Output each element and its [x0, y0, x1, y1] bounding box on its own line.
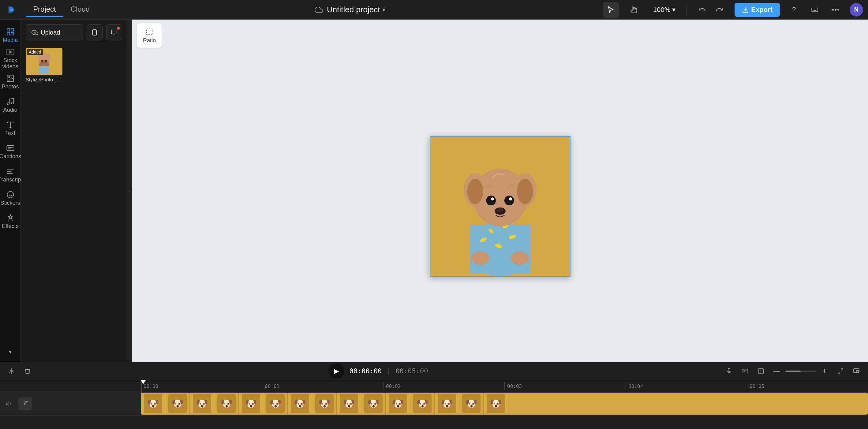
zoom-display[interactable]: 100% ▾ — [649, 4, 679, 16]
track-volume-button[interactable] — [4, 398, 15, 409]
track-edit-button[interactable] — [18, 397, 32, 410]
sidebar-item-stock-videos[interactable]: Stock videos — [1, 48, 20, 70]
svg-point-59 — [517, 179, 533, 204]
svg-point-40 — [41, 60, 43, 62]
sidebar-item-audio[interactable]: Audio — [1, 94, 20, 116]
sidebar-expand-button[interactable]: ▾ — [5, 347, 15, 357]
redo-button[interactable] — [711, 2, 727, 18]
sidebar-item-photos[interactable]: Photos — [1, 71, 20, 93]
screen-record-button[interactable] — [106, 25, 122, 40]
left-sidebar: Media Stock videos Photos Audio — [0, 20, 21, 362]
split-view-button[interactable] — [754, 364, 768, 378]
svg-point-39 — [45, 53, 51, 61]
panel-collapse-handle[interactable]: ‹ — [127, 20, 132, 362]
project-title-button[interactable]: Untitled project ▾ — [327, 5, 385, 14]
svg-line-69 — [12, 370, 14, 371]
zoom-level: 100% — [653, 6, 670, 14]
more-options-button[interactable]: ••• — [829, 3, 842, 17]
ruler-mark-3: 00:03 — [504, 382, 626, 390]
canvas-frame[interactable] — [430, 136, 570, 277]
ratio-label: Ratio — [143, 37, 156, 44]
ruler-mark-5: 00:05 — [747, 382, 868, 390]
tab-project[interactable]: Project — [26, 2, 63, 17]
upload-button[interactable]: Upload — [26, 25, 83, 40]
undo-button[interactable] — [694, 2, 710, 18]
svg-rect-71 — [728, 368, 730, 371]
svg-point-41 — [45, 60, 47, 62]
video-strip[interactable]: 🐶 🐶 🐶 🐶 🐶 🐶 — [141, 393, 868, 415]
strip-frame-8: 🐶 — [312, 393, 337, 415]
svg-rect-9 — [11, 29, 13, 31]
svg-rect-12 — [7, 49, 14, 55]
sidebar-item-stickers[interactable]: Stickers — [1, 187, 20, 209]
svg-point-54 — [511, 251, 529, 265]
topbar-tabs: Project Cloud — [26, 2, 97, 17]
playhead-line — [141, 391, 142, 416]
hand-tool-button[interactable] — [626, 2, 642, 18]
current-time: 00:00:00 — [349, 367, 382, 375]
tab-cloud[interactable]: Cloud — [63, 2, 97, 17]
media-panel: Upload Added — [21, 20, 127, 362]
svg-rect-11 — [11, 32, 13, 35]
video-track-label — [0, 391, 141, 416]
timeline-area: ▶ 00:00:00 | 00:05:00 — — [0, 362, 868, 429]
tablet-view-button[interactable] — [87, 25, 102, 40]
select-tool-button[interactable] — [603, 2, 619, 18]
cloud-icon — [315, 5, 323, 14]
ruler-mark-4: 00:04 — [626, 382, 747, 390]
timeline-center: ▶ 00:00:00 | 00:05:00 — [39, 363, 717, 379]
zoom-in-button[interactable]: + — [818, 364, 831, 378]
sidebar-item-effects[interactable]: Effects — [1, 211, 20, 233]
topbar: Project Cloud Untitled project ▾ 100% — [0, 0, 868, 20]
added-badge: Added — [27, 49, 43, 55]
svg-rect-43 — [39, 66, 49, 73]
sidebar-item-transcript[interactable]: Transcript — [1, 164, 20, 186]
play-button[interactable]: ▶ — [329, 363, 344, 379]
strip-frame-5: 🐶 — [239, 393, 263, 415]
strip-frame-1: 🐶 — [141, 393, 165, 415]
zoom-out-button[interactable]: — — [770, 364, 783, 378]
pip-button[interactable] — [850, 364, 863, 378]
split-clip-button[interactable] — [5, 364, 18, 378]
svg-marker-83 — [7, 402, 9, 405]
upload-label: Upload — [41, 29, 60, 36]
svg-rect-44 — [147, 29, 152, 35]
timeline-right-controls: — + — [722, 364, 863, 378]
sidebar-item-text[interactable]: Text — [1, 118, 20, 140]
avatar[interactable]: N — [850, 3, 863, 17]
strip-frame-13: 🐶 — [435, 393, 459, 415]
project-title: Untitled project — [327, 5, 380, 14]
media-filename: StylizePhoto_5|... — [26, 77, 62, 83]
svg-rect-82 — [856, 370, 859, 372]
microphone-button[interactable] — [722, 364, 736, 378]
svg-line-67 — [9, 370, 12, 371]
canvas-viewport — [132, 52, 868, 362]
svg-point-15 — [8, 76, 10, 78]
total-time: 00:05:00 — [396, 367, 428, 375]
topbar-divider — [686, 5, 687, 15]
keyboard-shortcut-button[interactable] — [808, 3, 822, 17]
strip-frame-6: 🐶 — [263, 393, 288, 415]
timeline-left-controls — [5, 364, 34, 378]
captions-button[interactable] — [738, 364, 752, 378]
delete-clip-button[interactable] — [21, 364, 34, 378]
svg-rect-74 — [742, 369, 748, 373]
ratio-button[interactable]: Ratio — [137, 23, 162, 48]
strip-frame-12: 🐶 — [410, 393, 435, 415]
undo-redo-group — [694, 2, 727, 18]
sidebar-item-media[interactable]: Media — [1, 25, 20, 47]
media-item[interactable]: Added StylizePhoto_5|... — [26, 48, 62, 83]
fullscreen-button[interactable] — [834, 364, 847, 378]
sidebar-text-label: Text — [5, 130, 15, 136]
record-indicator — [117, 27, 120, 30]
export-label: Export — [751, 6, 773, 14]
sidebar-item-captions[interactable]: Captions — [1, 141, 20, 163]
sidebar-media-label: Media — [3, 37, 18, 43]
timeline-track-labels — [0, 380, 141, 429]
strip-frame-4: 🐶 — [214, 393, 239, 415]
svg-marker-13 — [9, 51, 12, 53]
svg-line-80 — [838, 371, 840, 373]
help-button[interactable]: ? — [787, 3, 801, 17]
export-button[interactable]: Export — [735, 3, 780, 17]
zoom-slider[interactable] — [785, 371, 816, 372]
